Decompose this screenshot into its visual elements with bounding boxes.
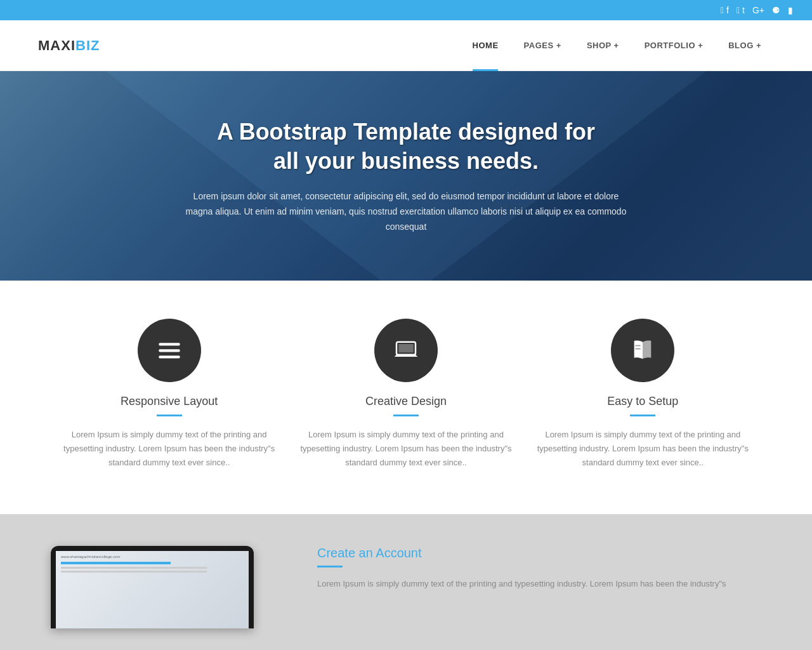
bottom-title: Create an Account [317, 546, 761, 560]
nav-shop[interactable]: SHOP + [574, 20, 632, 71]
facebook-icon[interactable]:  f [721, 5, 729, 15]
hero-section: A Bootstrap Template designed forall you… [0, 71, 812, 281]
feature-title-responsive: Responsive Layout [63, 395, 276, 408]
menu-icon [157, 338, 182, 363]
device-screen: www.shantagachristiancollege.com [56, 551, 249, 628]
svg-rect-5 [636, 345, 641, 347]
device-url-text: www.shantagachristiancollege.com [61, 555, 244, 559]
bottom-section: www.shantagachristiancollege.com Create … [0, 514, 812, 650]
svg-rect-6 [636, 348, 641, 350]
feature-title-creative: Creative Design [299, 395, 513, 408]
main-nav: HOME PAGES + SHOP + PORTFOLIO + BLOG + [460, 20, 774, 71]
feature-text-easy: Lorem Ipsum is simply dummy text of the … [536, 428, 749, 470]
hero-title: A Bootstrap Template designed forall you… [184, 117, 628, 177]
bottom-description: Lorem Ipsum is simply dummy text of the … [317, 577, 761, 591]
feature-creative-design: Creative Design Lorem Ipsum is simply du… [299, 319, 513, 470]
feature-easy-setup: Easy to Setup Lorem Ipsum is simply dumm… [536, 319, 749, 470]
easy-setup-icon-circle [611, 319, 674, 382]
top-bar:  f  t G+ ⚈ ▮ [0, 0, 812, 20]
device-bar-3 [61, 571, 207, 573]
bottom-text-content: Create an Account Lorem Ipsum is simply … [317, 546, 761, 591]
feature-text-responsive: Lorem Ipsum is simply dummy text of the … [63, 428, 276, 470]
book-icon [630, 338, 655, 363]
feature-responsive-layout: Responsive Layout Lorem Ipsum is simply … [63, 319, 276, 470]
dribbble-icon[interactable]: ⚈ [772, 5, 780, 15]
svg-rect-0 [159, 343, 180, 345]
nav-home[interactable]: HOME [460, 20, 511, 71]
features-section: Responsive Layout Lorem Ipsum is simply … [0, 281, 812, 514]
nav-blog[interactable]: BLOG + [716, 20, 774, 71]
rss-icon[interactable]: ▮ [788, 5, 793, 15]
hero-subtitle: Lorem ipsum dolor sit amet, consectetur … [184, 189, 628, 234]
google-plus-icon[interactable]: G+ [752, 5, 764, 15]
hero-content: A Bootstrap Template designed forall you… [184, 117, 628, 235]
svg-rect-4 [398, 344, 413, 352]
feature-underline-creative [393, 415, 419, 416]
logo-biz: BIZ [75, 37, 100, 53]
svg-rect-2 [159, 355, 180, 358]
device-bar-2 [61, 567, 207, 569]
device-bar-1 [61, 562, 171, 564]
laptop-icon [393, 338, 419, 363]
feature-title-easy: Easy to Setup [536, 395, 749, 408]
svg-rect-1 [159, 349, 180, 352]
nav-pages[interactable]: PAGES + [511, 20, 574, 71]
feature-underline-responsive [157, 415, 182, 416]
logo[interactable]: MAXIBIZ [38, 37, 100, 54]
logo-maxi: MAXI [38, 37, 75, 53]
header: MAXIBIZ HOME PAGES + SHOP + PORTFOLIO + … [0, 20, 812, 71]
twitter-icon[interactable]:  t [737, 5, 745, 15]
bottom-underline [317, 566, 343, 567]
device-mockup-container: www.shantagachristiancollege.com [51, 546, 279, 628]
responsive-layout-icon-circle [138, 319, 201, 382]
device-screen-content: www.shantagachristiancollege.com [56, 551, 249, 578]
device-mockup: www.shantagachristiancollege.com [51, 546, 254, 628]
feature-underline-easy [630, 415, 655, 416]
nav-portfolio[interactable]: PORTFOLIO + [632, 20, 716, 71]
feature-text-creative: Lorem Ipsum is simply dummy text of the … [299, 428, 513, 470]
creative-design-icon-circle [374, 319, 438, 382]
